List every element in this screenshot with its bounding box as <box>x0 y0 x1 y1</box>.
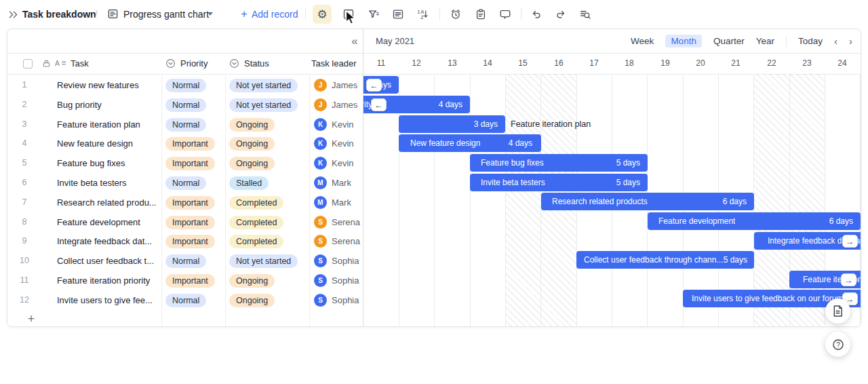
task-cell[interactable]: Feature bug fixes <box>57 153 125 173</box>
next-period-button[interactable]: › <box>849 35 852 47</box>
row-number: 1 <box>7 75 41 95</box>
gantt-bar[interactable]: New feature design 4 days <box>399 134 541 152</box>
priority-pill[interactable]: Important <box>165 216 215 229</box>
priority-pill[interactable]: Normal <box>165 176 206 190</box>
expand-sidebar-button[interactable] <box>3 5 22 24</box>
table-row[interactable]: 1Review new features NormalNot yet start… <box>7 75 363 95</box>
leader-name: Serena <box>332 212 360 232</box>
task-cell[interactable]: Bug priority <box>57 95 102 115</box>
collapse-panel-button[interactable]: « <box>348 35 361 48</box>
scroll-left-button[interactable]: ← <box>371 98 387 111</box>
today-button[interactable]: Today <box>798 36 823 46</box>
status-pill[interactable]: Ongoing <box>229 118 275 132</box>
task-cell[interactable]: Collect user feedback t... <box>57 251 154 271</box>
status-pill[interactable]: Ongoing <box>229 137 275 151</box>
priority-pill[interactable]: Normal <box>165 79 206 92</box>
table-row[interactable]: 12Invite users to give fee... NormalOngo… <box>7 290 363 310</box>
redo-button[interactable] <box>551 5 570 24</box>
gantt-bar[interactable]: Feature development 6 days <box>648 212 861 230</box>
task-cell[interactable]: Feature development <box>57 212 140 232</box>
bar-duration: 4 days <box>509 138 541 148</box>
record-detail-button[interactable] <box>825 299 850 324</box>
gantt-chart-area[interactable]: 3 days Bug priority 4 days 3 days Featur… <box>363 74 861 327</box>
status-pill[interactable]: Not yet started <box>229 254 298 268</box>
table-row[interactable]: 5Feature bug fixes ImportantOngoing KKev… <box>7 153 363 173</box>
status-pill[interactable]: Completed <box>229 216 283 229</box>
group-button[interactable] <box>389 5 408 24</box>
priority-pill[interactable]: Important <box>165 157 215 170</box>
filter-button[interactable] <box>364 5 383 24</box>
table-row[interactable]: 4New feature design ImportantOngoing KKe… <box>7 134 363 153</box>
column-header-task[interactable]: Task <box>71 53 89 74</box>
table-row[interactable]: 9Integrate feedback dat... ImportantComp… <box>7 231 363 251</box>
column-header-priority[interactable]: Priority <box>165 53 208 74</box>
reminder-button[interactable] <box>446 5 465 24</box>
scroll-left-button[interactable]: ← <box>366 79 382 92</box>
column-header-task-leader[interactable]: Task leader <box>311 53 356 74</box>
priority-pill[interactable]: Important <box>165 235 215 248</box>
task-cell[interactable]: New feature design <box>57 134 133 153</box>
status-pill[interactable]: Ongoing <box>229 294 275 307</box>
status-pill[interactable]: Not yet started <box>229 79 298 92</box>
view-settings-button[interactable]: ⚙ <box>313 5 332 24</box>
sort-button[interactable]: 1AZ <box>413 5 432 24</box>
tab-quarter[interactable]: Quarter <box>713 36 745 46</box>
priority-pill[interactable]: Normal <box>165 98 206 112</box>
gantt-bar[interactable]: Invite beta testers 5 days <box>470 174 648 191</box>
view-switcher[interactable]: Progress gantt chart <box>123 9 209 20</box>
priority-pill[interactable]: Important <box>165 274 215 288</box>
toolbar-divider <box>521 8 521 20</box>
priority-pill[interactable]: Normal <box>165 294 206 307</box>
status-pill[interactable]: Ongoing <box>229 157 275 170</box>
help-button[interactable]: ? <box>825 332 850 357</box>
approval-button[interactable] <box>471 5 490 24</box>
breadcrumb[interactable]: Task breakdown <box>22 9 96 20</box>
status-pill[interactable]: Stalled <box>229 176 269 190</box>
select-all-checkbox[interactable] <box>23 53 33 74</box>
status-pill[interactable]: Not yet started <box>229 98 298 112</box>
gantt-bar[interactable]: Feature bug fixes 5 days <box>470 154 648 172</box>
tab-month[interactable]: Month <box>665 35 702 47</box>
day-label: 13 <box>435 53 470 74</box>
table-row[interactable]: 3Feature iteration plan NormalOngoing KK… <box>7 115 363 134</box>
status-pill[interactable]: Ongoing <box>229 274 275 288</box>
task-cell[interactable]: Invite beta testers <box>57 173 127 193</box>
add-record-button[interactable]: + Add record <box>241 0 298 28</box>
task-cell[interactable]: Research related produ... <box>57 193 157 212</box>
avatar: M <box>314 196 327 209</box>
task-cell[interactable]: Integrate feedback dat... <box>57 231 152 251</box>
status-pill[interactable]: Completed <box>229 196 283 210</box>
scroll-right-button[interactable]: → <box>841 273 856 286</box>
add-row-button[interactable]: + <box>24 310 38 327</box>
status-pill[interactable]: Completed <box>229 235 283 248</box>
chevron-down-icon[interactable] <box>208 12 213 16</box>
undo-button[interactable] <box>527 5 546 24</box>
priority-pill[interactable]: Normal <box>165 254 206 268</box>
hide-fields-button[interactable] <box>339 5 358 24</box>
comment-button[interactable] <box>496 5 515 24</box>
table-row[interactable]: 6Invite beta testers NormalStalled MMark <box>7 173 363 193</box>
task-cell[interactable]: Invite users to give fee... <box>57 290 153 310</box>
priority-pill[interactable]: Important <box>165 196 215 210</box>
row-number: 7 <box>7 193 41 212</box>
column-header-status[interactable]: Status <box>229 53 269 74</box>
scroll-right-button[interactable]: → <box>842 235 858 248</box>
table-row[interactable]: 2Bug priority NormalNot yet started JJam… <box>7 95 363 115</box>
gantt-bar[interactable]: Research related products 6 days <box>541 193 754 210</box>
table-row[interactable]: 10Collect user feedback t... NormalNot y… <box>7 251 363 271</box>
day-column <box>470 74 506 327</box>
table-row[interactable]: 8Feature development ImportantCompleted … <box>7 212 363 232</box>
priority-pill[interactable]: Important <box>165 137 215 151</box>
gantt-bar[interactable]: Collect user feedback through chann... 5… <box>576 251 754 269</box>
tab-year[interactable]: Year <box>756 36 774 46</box>
task-cell[interactable]: Feature iteration plan <box>57 115 140 134</box>
table-row[interactable]: 7Research related produ... ImportantComp… <box>7 193 363 212</box>
task-cell[interactable]: Review new features <box>57 75 139 95</box>
table-row[interactable]: 11Feature iteration priority ImportantOn… <box>7 271 363 290</box>
prev-period-button[interactable]: ‹ <box>834 35 837 47</box>
task-cell[interactable]: Feature iteration priority <box>57 271 150 290</box>
search-button[interactable] <box>576 5 595 24</box>
gantt-bar[interactable]: 3 days <box>399 115 505 133</box>
priority-pill[interactable]: Normal <box>165 118 206 132</box>
tab-week[interactable]: Week <box>631 36 654 46</box>
